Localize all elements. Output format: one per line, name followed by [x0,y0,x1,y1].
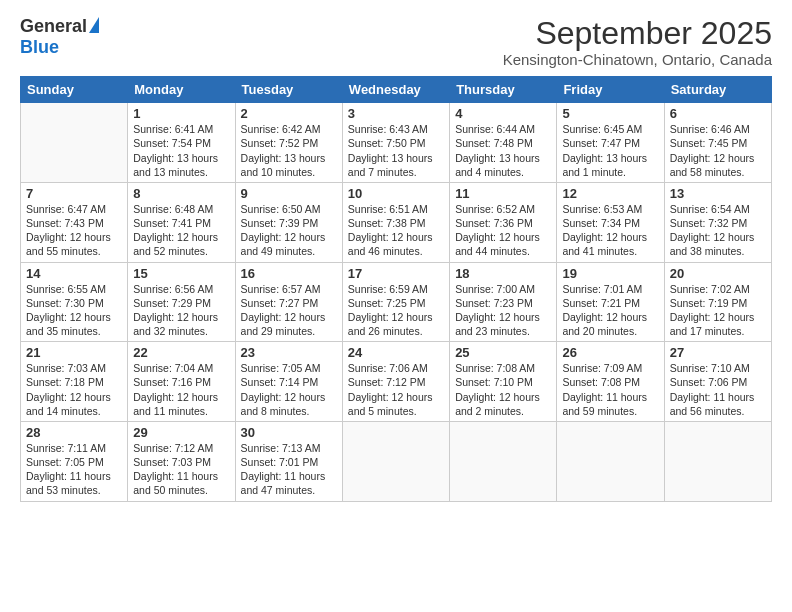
calendar-cell: 17Sunrise: 6:59 AM Sunset: 7:25 PM Dayli… [342,262,449,342]
calendar-cell: 19Sunrise: 7:01 AM Sunset: 7:21 PM Dayli… [557,262,664,342]
main-title: September 2025 [503,16,772,51]
day-info: Sunrise: 6:47 AM Sunset: 7:43 PM Dayligh… [26,202,122,259]
day-number: 20 [670,266,766,281]
subtitle: Kensington-Chinatown, Ontario, Canada [503,51,772,68]
calendar-week-row: 14Sunrise: 6:55 AM Sunset: 7:30 PM Dayli… [21,262,772,342]
calendar-cell: 22Sunrise: 7:04 AM Sunset: 7:16 PM Dayli… [128,342,235,422]
day-number: 26 [562,345,658,360]
calendar-cell: 8Sunrise: 6:48 AM Sunset: 7:41 PM Daylig… [128,182,235,262]
calendar-cell: 15Sunrise: 6:56 AM Sunset: 7:29 PM Dayli… [128,262,235,342]
calendar-cell: 9Sunrise: 6:50 AM Sunset: 7:39 PM Daylig… [235,182,342,262]
day-number: 22 [133,345,229,360]
calendar-week-row: 21Sunrise: 7:03 AM Sunset: 7:18 PM Dayli… [21,342,772,422]
day-number: 11 [455,186,551,201]
calendar-cell: 27Sunrise: 7:10 AM Sunset: 7:06 PM Dayli… [664,342,771,422]
calendar-week-row: 7Sunrise: 6:47 AM Sunset: 7:43 PM Daylig… [21,182,772,262]
day-info: Sunrise: 7:08 AM Sunset: 7:10 PM Dayligh… [455,361,551,418]
day-info: Sunrise: 7:13 AM Sunset: 7:01 PM Dayligh… [241,441,337,498]
day-number: 15 [133,266,229,281]
day-info: Sunrise: 6:54 AM Sunset: 7:32 PM Dayligh… [670,202,766,259]
calendar-cell: 29Sunrise: 7:12 AM Sunset: 7:03 PM Dayli… [128,421,235,501]
logo-triangle-icon [89,17,99,33]
day-info: Sunrise: 7:02 AM Sunset: 7:19 PM Dayligh… [670,282,766,339]
day-info: Sunrise: 7:00 AM Sunset: 7:23 PM Dayligh… [455,282,551,339]
page: General Blue September 2025 Kensington-C… [0,0,792,612]
calendar-cell: 11Sunrise: 6:52 AM Sunset: 7:36 PM Dayli… [450,182,557,262]
calendar-cell: 1Sunrise: 6:41 AM Sunset: 7:54 PM Daylig… [128,103,235,183]
day-number: 10 [348,186,444,201]
day-info: Sunrise: 7:05 AM Sunset: 7:14 PM Dayligh… [241,361,337,418]
calendar-cell: 5Sunrise: 6:45 AM Sunset: 7:47 PM Daylig… [557,103,664,183]
calendar-cell [557,421,664,501]
day-info: Sunrise: 6:46 AM Sunset: 7:45 PM Dayligh… [670,122,766,179]
calendar-cell: 18Sunrise: 7:00 AM Sunset: 7:23 PM Dayli… [450,262,557,342]
logo-general: General [20,16,87,37]
day-number: 25 [455,345,551,360]
day-info: Sunrise: 7:06 AM Sunset: 7:12 PM Dayligh… [348,361,444,418]
day-number: 4 [455,106,551,121]
day-number: 19 [562,266,658,281]
day-info: Sunrise: 6:51 AM Sunset: 7:38 PM Dayligh… [348,202,444,259]
calendar-cell: 24Sunrise: 7:06 AM Sunset: 7:12 PM Dayli… [342,342,449,422]
day-info: Sunrise: 7:01 AM Sunset: 7:21 PM Dayligh… [562,282,658,339]
day-info: Sunrise: 6:50 AM Sunset: 7:39 PM Dayligh… [241,202,337,259]
calendar-cell: 28Sunrise: 7:11 AM Sunset: 7:05 PM Dayli… [21,421,128,501]
calendar-cell: 4Sunrise: 6:44 AM Sunset: 7:48 PM Daylig… [450,103,557,183]
header: General Blue September 2025 Kensington-C… [20,16,772,68]
calendar-header-tuesday: Tuesday [235,77,342,103]
logo-blue: Blue [20,37,59,58]
calendar-header-monday: Monday [128,77,235,103]
calendar-week-row: 28Sunrise: 7:11 AM Sunset: 7:05 PM Dayli… [21,421,772,501]
day-number: 12 [562,186,658,201]
day-number: 6 [670,106,766,121]
calendar-cell: 6Sunrise: 6:46 AM Sunset: 7:45 PM Daylig… [664,103,771,183]
day-number: 9 [241,186,337,201]
calendar-cell: 7Sunrise: 6:47 AM Sunset: 7:43 PM Daylig… [21,182,128,262]
day-number: 1 [133,106,229,121]
day-info: Sunrise: 7:10 AM Sunset: 7:06 PM Dayligh… [670,361,766,418]
day-number: 5 [562,106,658,121]
day-info: Sunrise: 7:04 AM Sunset: 7:16 PM Dayligh… [133,361,229,418]
day-number: 18 [455,266,551,281]
calendar-cell: 26Sunrise: 7:09 AM Sunset: 7:08 PM Dayli… [557,342,664,422]
calendar-cell [342,421,449,501]
calendar-cell: 12Sunrise: 6:53 AM Sunset: 7:34 PM Dayli… [557,182,664,262]
day-info: Sunrise: 6:43 AM Sunset: 7:50 PM Dayligh… [348,122,444,179]
calendar-cell: 16Sunrise: 6:57 AM Sunset: 7:27 PM Dayli… [235,262,342,342]
day-number: 30 [241,425,337,440]
day-info: Sunrise: 6:52 AM Sunset: 7:36 PM Dayligh… [455,202,551,259]
calendar-cell: 20Sunrise: 7:02 AM Sunset: 7:19 PM Dayli… [664,262,771,342]
day-info: Sunrise: 6:44 AM Sunset: 7:48 PM Dayligh… [455,122,551,179]
calendar-header-sunday: Sunday [21,77,128,103]
calendar-table: SundayMondayTuesdayWednesdayThursdayFrid… [20,76,772,501]
calendar-cell [664,421,771,501]
calendar-week-row: 1Sunrise: 6:41 AM Sunset: 7:54 PM Daylig… [21,103,772,183]
day-number: 8 [133,186,229,201]
day-info: Sunrise: 7:12 AM Sunset: 7:03 PM Dayligh… [133,441,229,498]
calendar-cell [21,103,128,183]
day-info: Sunrise: 7:11 AM Sunset: 7:05 PM Dayligh… [26,441,122,498]
day-number: 14 [26,266,122,281]
logo: General Blue [20,16,99,58]
day-info: Sunrise: 6:59 AM Sunset: 7:25 PM Dayligh… [348,282,444,339]
day-info: Sunrise: 6:48 AM Sunset: 7:41 PM Dayligh… [133,202,229,259]
calendar-cell: 3Sunrise: 6:43 AM Sunset: 7:50 PM Daylig… [342,103,449,183]
day-number: 28 [26,425,122,440]
day-info: Sunrise: 6:57 AM Sunset: 7:27 PM Dayligh… [241,282,337,339]
day-info: Sunrise: 7:03 AM Sunset: 7:18 PM Dayligh… [26,361,122,418]
calendar-cell: 13Sunrise: 6:54 AM Sunset: 7:32 PM Dayli… [664,182,771,262]
calendar-header-wednesday: Wednesday [342,77,449,103]
calendar-header-friday: Friday [557,77,664,103]
day-info: Sunrise: 6:41 AM Sunset: 7:54 PM Dayligh… [133,122,229,179]
day-info: Sunrise: 6:53 AM Sunset: 7:34 PM Dayligh… [562,202,658,259]
calendar-header-thursday: Thursday [450,77,557,103]
day-number: 7 [26,186,122,201]
day-number: 29 [133,425,229,440]
calendar-cell [450,421,557,501]
day-number: 16 [241,266,337,281]
calendar-cell: 21Sunrise: 7:03 AM Sunset: 7:18 PM Dayli… [21,342,128,422]
calendar-cell: 30Sunrise: 7:13 AM Sunset: 7:01 PM Dayli… [235,421,342,501]
day-info: Sunrise: 6:56 AM Sunset: 7:29 PM Dayligh… [133,282,229,339]
day-number: 13 [670,186,766,201]
day-number: 2 [241,106,337,121]
